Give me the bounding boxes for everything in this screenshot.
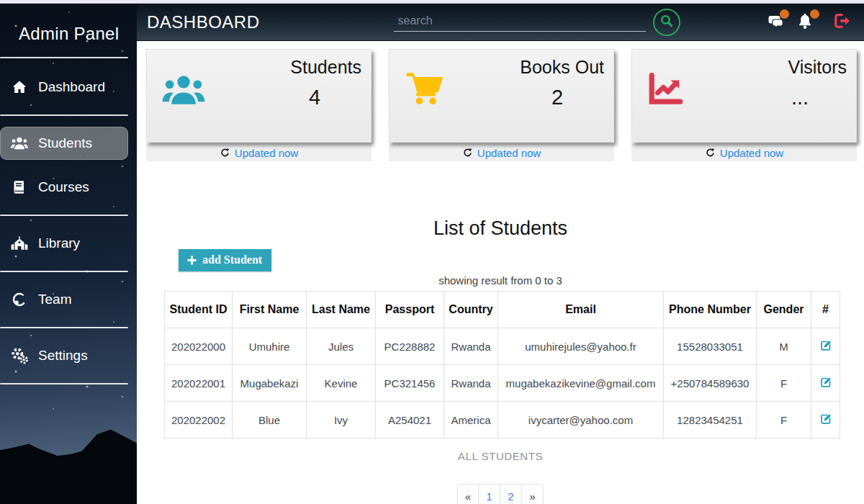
edit-icon (819, 380, 832, 391)
cell-last-name: Ivy (307, 402, 376, 438)
home-icon (10, 78, 29, 96)
topbar: DASHBOARD (137, 4, 864, 41)
cart-icon (404, 67, 446, 112)
cell-phone: +250784589630 (664, 365, 757, 402)
cell-actions (811, 402, 840, 438)
book-icon (10, 178, 29, 197)
cell-student-id: 202022000 (165, 328, 233, 365)
sidebar-item-courses[interactable]: Courses (0, 171, 128, 204)
logout-icon (832, 20, 851, 32)
sidebar-item-settings[interactable]: Settings (0, 339, 128, 372)
stat-card-label: Students (290, 57, 361, 78)
page-top-strip (0, 0, 864, 4)
gears-icon (10, 346, 29, 365)
updated-now-label: Updated now (720, 147, 783, 159)
sidebar-divider (0, 114, 128, 116)
chart-icon (647, 71, 685, 110)
stat-card-label: Visitors (788, 57, 847, 78)
sidebar-item-students[interactable]: Students (0, 127, 128, 160)
stat-card-value: 4 (271, 86, 358, 109)
col-header-phone: Phone Number (664, 292, 757, 328)
updated-now-label: Updated now (477, 147, 541, 159)
sidebar-item-team[interactable]: Team (0, 283, 128, 316)
chat-icon (765, 23, 786, 35)
school-icon (10, 234, 29, 253)
add-student-label: add Student (202, 253, 262, 266)
search-input[interactable] (394, 12, 646, 32)
logout-button[interactable] (832, 12, 851, 33)
table-row: 202022001 Mugabekazi Kevine PC321456 Rwa… (165, 365, 840, 402)
cell-passport: A254021 (376, 402, 444, 438)
cell-gender: M (757, 328, 811, 365)
result-count-text: showing result from 0 to 3 (137, 274, 864, 287)
edit-icon (819, 417, 832, 428)
sidebar-item-label: Settings (38, 348, 88, 364)
pagination-prev[interactable]: « (457, 484, 479, 504)
table-toolbar: add Student (179, 249, 864, 271)
col-header-passport: Passport (376, 292, 444, 328)
mountain-silhouette (0, 425, 137, 504)
alerts-button[interactable] (795, 12, 816, 33)
col-header-actions: # (811, 292, 840, 328)
all-students-label: ALL STUDENTS (137, 450, 864, 462)
stat-card-footer: Updated now (389, 144, 614, 161)
sidebar-item-label: Library (38, 235, 80, 251)
sidebar: Admin Panel Dashboard Students (0, 4, 137, 504)
edit-icon (819, 343, 832, 354)
edit-row-button[interactable] (818, 338, 834, 356)
headset-icon (10, 290, 29, 309)
edit-row-button[interactable] (818, 374, 834, 392)
stat-card-books-out[interactable]: Books Out 2 Updated now (389, 49, 614, 161)
cell-phone: 15528033051 (664, 328, 757, 365)
cell-first-name: Umuhire (233, 328, 307, 365)
sidebar-item-dashboard[interactable]: Dashboard (0, 71, 128, 104)
sidebar-item-label: Team (38, 292, 71, 307)
refresh-icon (220, 148, 230, 158)
cell-student-id: 202022002 (165, 402, 233, 438)
sidebar-divider (0, 327, 128, 328)
add-student-button[interactable]: add Student (179, 249, 271, 271)
pagination-page-1[interactable]: 1 (479, 484, 500, 504)
stat-card-visitors[interactable]: Visitors ... Updated now (631, 49, 857, 161)
refresh-icon (705, 148, 716, 158)
sidebar-divider (0, 215, 128, 216)
cell-gender: F (757, 365, 811, 402)
col-header-gender: Gender (757, 292, 811, 328)
col-header-country: Country (444, 292, 498, 328)
notification-badge (810, 9, 819, 19)
table-row: 202022000 Umuhire Jules PC228882 Rwanda … (165, 328, 840, 365)
stat-card-body: Students 4 (146, 49, 372, 143)
list-of-students-heading: List of Students (137, 217, 864, 240)
cell-student-id: 202022001 (165, 365, 233, 402)
sidebar-item-library[interactable]: Library (0, 227, 128, 260)
cell-email: ivycarter@yahoo.com (498, 402, 664, 438)
cell-passport: PC321456 (376, 365, 444, 402)
pagination-next[interactable]: » (522, 484, 544, 504)
messages-button[interactable] (765, 12, 786, 33)
cell-first-name: Mugabekazi (233, 365, 307, 402)
notification-badge (780, 9, 789, 19)
cell-gender: F (757, 402, 811, 438)
stat-card-body: Books Out 2 (389, 49, 614, 143)
search-icon (659, 13, 675, 31)
students-table: Student ID First Name Last Name Passport… (164, 291, 840, 438)
cell-last-name: Jules (307, 328, 376, 365)
cell-passport: PC228882 (376, 328, 444, 365)
refresh-icon (462, 148, 473, 158)
sidebar-item-label: Dashboard (38, 79, 105, 95)
page-title: DASHBOARD (147, 12, 260, 32)
cell-first-name: Blue (233, 402, 307, 438)
search-button[interactable] (653, 9, 680, 36)
col-header-student-id: Student ID (165, 292, 233, 328)
stat-card-students[interactable]: Students 4 Updated now (146, 49, 372, 161)
stat-card-value: ... (757, 86, 843, 109)
table-header-row: Student ID First Name Last Name Passport… (165, 292, 840, 328)
cell-actions (811, 328, 840, 365)
bell-icon (795, 22, 815, 34)
edit-row-button[interactable] (818, 411, 834, 429)
stat-card-footer: Updated now (146, 144, 372, 161)
pagination-page-2[interactable]: 2 (500, 484, 522, 504)
sidebar-item-label: Courses (38, 179, 89, 195)
cell-country: America (444, 402, 498, 438)
cell-country: Rwanda (444, 365, 498, 402)
